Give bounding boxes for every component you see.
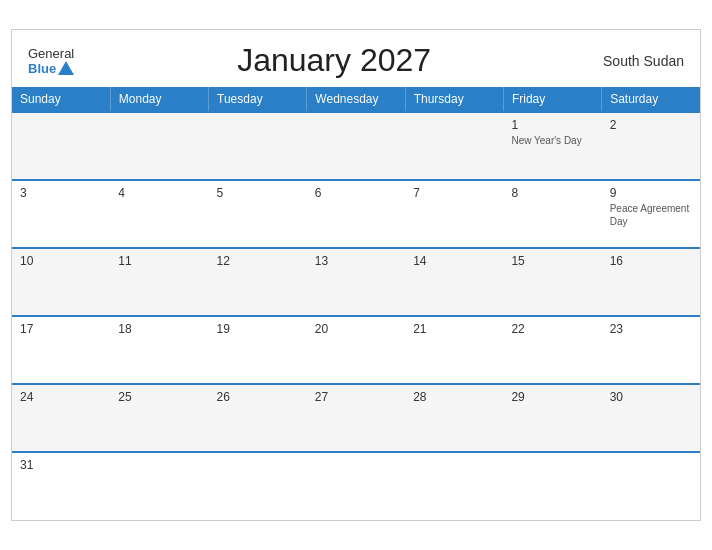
calendar-day-cell: 11 [110,248,208,316]
logo-blue-text: Blue [28,61,56,76]
day-number: 16 [610,254,692,268]
day-number: 9 [610,186,692,200]
weekday-header-saturday: Saturday [602,87,700,112]
calendar-day-cell: 27 [307,384,405,452]
day-number: 18 [118,322,200,336]
calendar-header: General Blue January 2027 South Sudan [12,30,700,87]
calendar-day-cell: 19 [209,316,307,384]
calendar-title: January 2027 [74,42,594,79]
day-number: 12 [217,254,299,268]
calendar-container: General Blue January 2027 South Sudan Su… [11,29,701,521]
calendar-day-cell: 15 [503,248,601,316]
day-number: 31 [20,458,102,472]
calendar-day-cell: 6 [307,180,405,248]
calendar-day-cell: 13 [307,248,405,316]
calendar-day-cell: 12 [209,248,307,316]
calendar-week-row: 17181920212223 [12,316,700,384]
day-number: 17 [20,322,102,336]
calendar-day-cell: 22 [503,316,601,384]
calendar-day-cell: 31 [12,452,110,520]
day-number: 23 [610,322,692,336]
day-number: 28 [413,390,495,404]
calendar-day-cell: 23 [602,316,700,384]
day-number: 22 [511,322,593,336]
calendar-day-cell: 8 [503,180,601,248]
calendar-day-cell [110,452,208,520]
calendar-day-cell: 5 [209,180,307,248]
calendar-week-row: 1New Year's Day2 [12,112,700,180]
calendar-day-cell: 16 [602,248,700,316]
weekday-header-thursday: Thursday [405,87,503,112]
weekday-header-row: SundayMondayTuesdayWednesdayThursdayFrid… [12,87,700,112]
day-number: 10 [20,254,102,268]
day-number: 1 [511,118,593,132]
calendar-day-cell: 3 [12,180,110,248]
calendar-day-cell: 28 [405,384,503,452]
calendar-week-row: 31 [12,452,700,520]
day-number: 24 [20,390,102,404]
holiday-name: New Year's Day [511,134,593,147]
calendar-day-cell [503,452,601,520]
logo-blue: Blue [28,61,74,76]
logo-triangle-icon [58,61,74,75]
calendar-day-cell: 1New Year's Day [503,112,601,180]
calendar-day-cell [405,452,503,520]
calendar-day-cell [405,112,503,180]
calendar-country: South Sudan [594,53,684,69]
calendar-day-cell: 24 [12,384,110,452]
day-number: 14 [413,254,495,268]
calendar-day-cell [602,452,700,520]
day-number: 30 [610,390,692,404]
calendar-day-cell: 26 [209,384,307,452]
calendar-day-cell [12,112,110,180]
day-number: 21 [413,322,495,336]
weekday-header-friday: Friday [503,87,601,112]
weekday-header-wednesday: Wednesday [307,87,405,112]
calendar-day-cell [307,112,405,180]
calendar-day-cell: 18 [110,316,208,384]
day-number: 2 [610,118,692,132]
logo: General Blue [28,46,74,76]
calendar-day-cell: 10 [12,248,110,316]
calendar-day-cell: 9Peace Agreement Day [602,180,700,248]
day-number: 11 [118,254,200,268]
weekday-header-tuesday: Tuesday [209,87,307,112]
calendar-day-cell: 29 [503,384,601,452]
day-number: 5 [217,186,299,200]
calendar-day-cell [209,452,307,520]
day-number: 15 [511,254,593,268]
day-number: 3 [20,186,102,200]
logo-general-text: General [28,46,74,61]
calendar-day-cell: 7 [405,180,503,248]
calendar-day-cell: 2 [602,112,700,180]
day-number: 8 [511,186,593,200]
calendar-day-cell: 4 [110,180,208,248]
calendar-day-cell [110,112,208,180]
calendar-week-row: 3456789Peace Agreement Day [12,180,700,248]
calendar-week-row: 24252627282930 [12,384,700,452]
day-number: 25 [118,390,200,404]
calendar-day-cell: 30 [602,384,700,452]
holiday-name: Peace Agreement Day [610,202,692,228]
day-number: 20 [315,322,397,336]
day-number: 13 [315,254,397,268]
day-number: 26 [217,390,299,404]
weekday-header-sunday: Sunday [12,87,110,112]
weekday-header-monday: Monday [110,87,208,112]
day-number: 6 [315,186,397,200]
calendar-day-cell: 25 [110,384,208,452]
day-number: 7 [413,186,495,200]
calendar-day-cell: 20 [307,316,405,384]
day-number: 29 [511,390,593,404]
calendar-day-cell: 21 [405,316,503,384]
day-number: 19 [217,322,299,336]
day-number: 27 [315,390,397,404]
calendar-day-cell: 17 [12,316,110,384]
calendar-week-row: 10111213141516 [12,248,700,316]
calendar-day-cell [209,112,307,180]
day-number: 4 [118,186,200,200]
calendar-day-cell [307,452,405,520]
calendar-day-cell: 14 [405,248,503,316]
calendar-grid: SundayMondayTuesdayWednesdayThursdayFrid… [12,87,700,520]
